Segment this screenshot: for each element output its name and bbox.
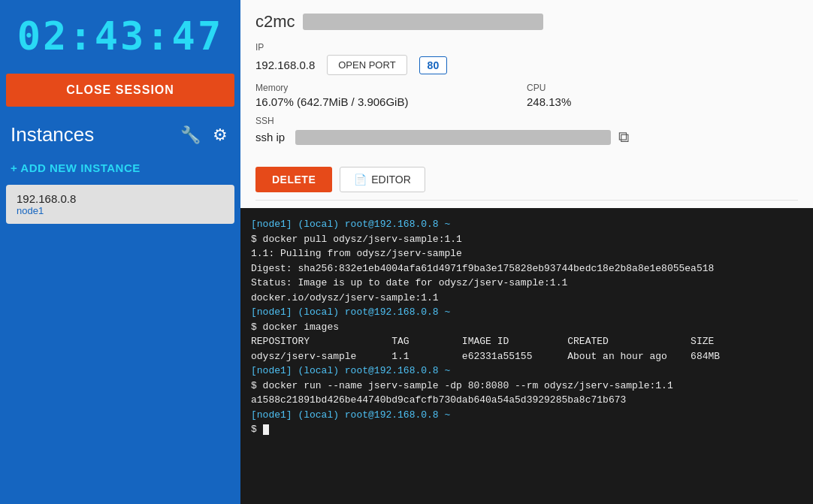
instance-title-row: c2mc [255, 12, 798, 32]
memory-value: 16.07% (642.7MiB / 3.906GiB) [255, 95, 527, 108]
ssh-prefix: ssh ip [255, 131, 285, 143]
add-new-instance-button[interactable]: + ADD NEW INSTANCE [0, 154, 240, 185]
instance-title-bar [303, 14, 543, 30]
ip-row: IP 192.168.0.8 OPEN PORT 80 [255, 42, 798, 75]
instances-icons: 🔧 ⚙ [179, 124, 231, 146]
divider [255, 200, 798, 201]
instance-list: 192.168.0.8 node1 [0, 185, 240, 224]
ip-label: IP [255, 42, 447, 53]
ssh-block: SSH ssh ip ⧉ [255, 116, 798, 156]
cpu-value: 248.13% [527, 95, 798, 108]
gear-icon[interactable]: ⚙ [209, 124, 231, 146]
instance-title: c2mc [255, 12, 295, 32]
editor-button[interactable]: 📄 EDITOR [340, 167, 425, 192]
close-session-button[interactable]: CLOSE SESSION [6, 74, 234, 107]
editor-label: EDITOR [371, 174, 411, 186]
top-panel: c2mc IP 192.168.0.8 OPEN PORT 80 Memory … [240, 0, 813, 208]
cpu-block: CPU 248.13% [527, 83, 798, 108]
memory-cpu-row: Memory 16.07% (642.7MiB / 3.906GiB) CPU … [255, 83, 798, 108]
ip-section: 192.168.0.8 OPEN PORT 80 [255, 55, 447, 75]
instances-label: Instances [11, 123, 94, 146]
sidebar: 02:43:47 CLOSE SESSION Instances 🔧 ⚙ + A… [0, 0, 240, 504]
cpu-label: CPU [527, 83, 798, 93]
port-badge[interactable]: 80 [419, 56, 448, 74]
ssh-label: SSH [255, 116, 798, 126]
memory-block: Memory 16.07% (642.7MiB / 3.906GiB) [255, 83, 527, 108]
clock-display: 02:43:47 [0, 14, 240, 59]
instance-ip: 192.168.0.8 [17, 192, 224, 205]
ssh-row: ssh ip ⧉ [255, 128, 798, 146]
main-panel: c2mc IP 192.168.0.8 OPEN PORT 80 Memory … [240, 0, 813, 504]
copy-icon: ⧉ [618, 128, 629, 146]
action-row: DELETE 📄 EDITOR [255, 167, 798, 192]
editor-icon: 📄 [354, 174, 367, 186]
instances-header: Instances 🔧 ⚙ [0, 111, 240, 154]
memory-label: Memory [255, 83, 527, 93]
ssh-bar [295, 130, 611, 145]
ip-value: 192.168.0.8 [255, 59, 315, 71]
instance-item[interactable]: 192.168.0.8 node1 [6, 185, 234, 224]
open-port-button[interactable]: OPEN PORT [327, 55, 406, 75]
clock-area: 02:43:47 [0, 0, 240, 69]
delete-button[interactable]: DELETE [255, 167, 332, 192]
wrench-icon[interactable]: 🔧 [179, 124, 201, 146]
instance-name: node1 [17, 205, 224, 216]
copy-button[interactable]: ⧉ [618, 128, 629, 146]
terminal[interactable]: [node1] (local) root@192.168.0.8 ~ $ doc… [240, 208, 813, 504]
